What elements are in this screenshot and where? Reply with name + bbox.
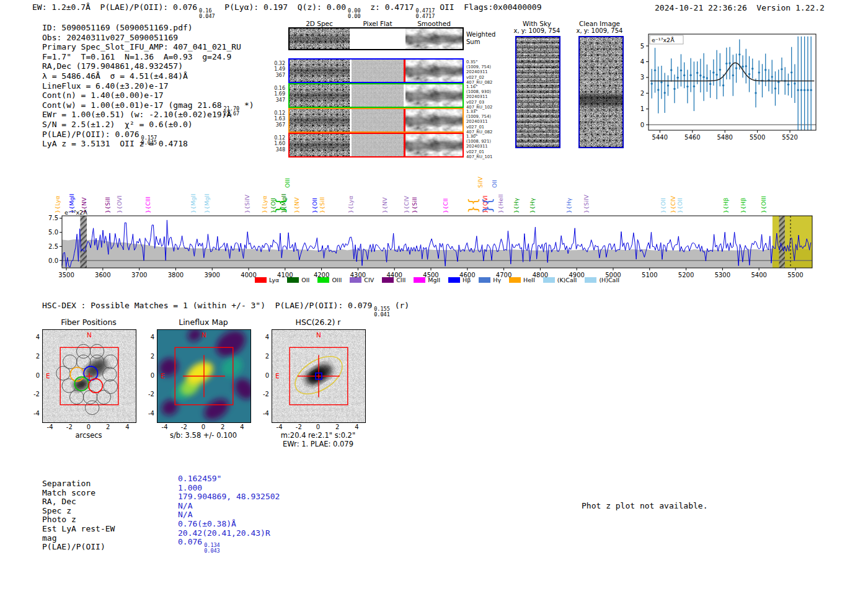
info-line: Obs: 20240311v027_5090051169 <box>42 33 254 43</box>
y-tick-label: -2 <box>27 391 40 398</box>
right-label: 20240311 <box>466 94 510 99</box>
info-line: LyA z = 3.5131 OII z = 0.4718 <box>42 139 254 149</box>
right-label: 407_RU_101 <box>466 154 510 159</box>
lineflux-caption: s/b: 3.58 +/- 0.100 <box>144 431 262 440</box>
match-value-text: 0.076 <box>178 537 202 546</box>
right-label: 1.16" <box>466 84 510 89</box>
left-label: 367 <box>267 122 285 128</box>
spectrum-legend: LyαOIIOIIICIVCIIIMgIIHβHγHeII(K)CaII(H)C… <box>62 277 812 283</box>
match-table-label: P(LAE)/P(OII) <box>42 543 115 552</box>
spec2d-flat-segment <box>352 84 404 107</box>
x-tick-label: -2 <box>178 424 190 430</box>
line-fit-svg: 01234554405460548055005520e⁻¹⁷x2Å <box>632 30 818 145</box>
pixelflat-noise <box>352 134 404 156</box>
legend-label: OIII <box>332 277 342 283</box>
match-table-values: 0.162459"1.000179.904869, 48.932502N/AN/… <box>178 474 280 553</box>
info-line-text: Primary Spec_Slot_IFU_AMP: 407_041_021_R… <box>42 42 241 51</box>
svg-text:0.0: 0.0 <box>48 257 58 264</box>
match-table-value: 1.000 <box>178 484 280 493</box>
y-tick-label: 4 <box>27 334 40 340</box>
left-label: 0.16 <box>267 86 285 91</box>
legend-item: Hγ <box>479 277 501 283</box>
spec2d-row <box>288 133 464 158</box>
hsc-caption-2: EWr: 1. PLAE: 0.079 <box>259 440 377 448</box>
right-label: (1008, 921) <box>466 139 510 144</box>
trace-band <box>290 84 350 107</box>
clean-image-cutout <box>578 36 624 148</box>
x-tick-label: 0 <box>82 424 95 430</box>
hsc-caption-1: m:20.4 re:2.1" s:0.2" <box>259 431 377 440</box>
spec2d-row-right-labels: 1.16"(1008, 930)20240311v027_03407_RU_10… <box>466 84 510 110</box>
info-line-text: Obs: 20240311v027_5090051169 <box>42 33 178 42</box>
svg-text:1: 1 <box>640 105 644 112</box>
header-text: P(Lyα): 0.197 Q(z): 0.00 <box>215 2 346 12</box>
hsc-dex-stacked-fraction: 0.1550.041 <box>374 306 390 317</box>
clean-image-title: Clean Image <box>579 20 620 27</box>
svg-text:5440: 5440 <box>652 134 668 141</box>
match-table-labels: SeparationMatch scoreRA, DecSpec zPhoto … <box>42 479 115 552</box>
x-tick-label: -2 <box>63 424 76 430</box>
legend-swatch <box>317 277 329 283</box>
legend-label: CIV <box>364 277 374 283</box>
left-label: 367 <box>267 73 285 78</box>
y-tick-label: 4 <box>257 334 269 340</box>
fiber-positions-svg: NE <box>43 330 136 422</box>
pixelflat-noise <box>352 109 404 131</box>
right-label: v027_01 <box>466 125 510 130</box>
info-line: ID: 5090051169 (5090051169.pdf) <box>42 23 254 33</box>
fiber-positions-title: Fiber Positions <box>42 318 135 327</box>
with-sky-title: With Sky <box>523 20 551 27</box>
info-line: P(LAE)/P(OII): 0.0760.1570.045 <box>42 130 254 140</box>
svg-text:5460: 5460 <box>684 134 700 141</box>
spec2d-flat-segment <box>352 60 404 82</box>
info-line: RA,Dec (179.904861,48.932457) <box>42 61 254 71</box>
x-tick-label: -4 <box>273 424 286 430</box>
legend-item: Lyα <box>255 277 279 283</box>
spec2d-smoothed-segment <box>405 109 463 131</box>
hsc-dex-text: (r) <box>390 301 409 310</box>
legend-label: CIII <box>396 277 405 283</box>
info-line-text: Cont(n) = 1.40(±0.00)e-17 <box>42 91 164 100</box>
spec2d-row <box>288 83 464 108</box>
x-tick-label: 4 <box>350 424 363 430</box>
match-table-label: Spec z <box>42 507 115 516</box>
svg-text:E: E <box>161 372 165 380</box>
match-value-text: 1.000 <box>178 483 202 492</box>
x-tick-label: 2 <box>331 424 343 430</box>
line-label: SiIV <box>477 177 484 188</box>
right-label: 0.35" <box>466 60 510 64</box>
svg-text:2.5: 2.5 <box>48 243 58 250</box>
spec2d-smoothed-segment <box>405 29 463 49</box>
right-label: 20240311 <box>466 119 510 124</box>
legend-swatch <box>448 277 460 283</box>
spec2d-flat-segment <box>352 109 404 131</box>
header-stacked-fraction: 0.160.047 <box>199 8 215 19</box>
left-label: 348 <box>267 147 285 153</box>
x-tick-label: 2 <box>102 424 114 430</box>
hsc-dex-line: HSC-DEX : Possible Matches = 1 (within +… <box>42 301 409 317</box>
spec2d-row-right-labels: 0.35"(1009, 754)20240311v027_02407_RU_08… <box>466 60 510 85</box>
x-tick-label: -4 <box>159 424 171 430</box>
spec2d-smoothed-segment <box>405 134 463 156</box>
trace-band <box>290 60 350 82</box>
left-label: 0.12 <box>267 135 285 141</box>
svg-text:4: 4 <box>640 58 644 65</box>
legend-swatch <box>509 277 521 283</box>
x-tick-label: 4 <box>236 424 248 430</box>
match-table-label: Match score <box>42 489 115 498</box>
match-value-text: 20.42(20.41,20.43)R <box>178 528 270 538</box>
header-summary-line: EW: 1.2±0.7Å P(LAE)/P(OII): 0.0760.160.0… <box>32 2 542 19</box>
line-label: OII <box>492 180 498 188</box>
header-stacked-fraction: 0.47170.4717 <box>416 8 435 19</box>
header-stacked-fraction: 0.000.00 <box>348 8 360 19</box>
info-line-text: *) <box>239 100 254 110</box>
y-tick-label: 2 <box>27 353 40 360</box>
left-label: 1.60 <box>267 141 285 146</box>
elixer-report-page: EW: 1.2±0.7Å P(LAE)/P(OII): 0.0760.160.0… <box>0 0 868 591</box>
right-label: (1009, 754) <box>466 114 510 119</box>
match-table-value: 0.0760.1340.043 <box>178 538 280 553</box>
info-line-text: P(LAE)/P(OII): 0.076 <box>42 130 140 139</box>
photz-note: Phot z plot not available. <box>582 501 708 510</box>
sky-lines-overlay <box>516 37 559 147</box>
left-label: 0.32 <box>267 61 285 66</box>
